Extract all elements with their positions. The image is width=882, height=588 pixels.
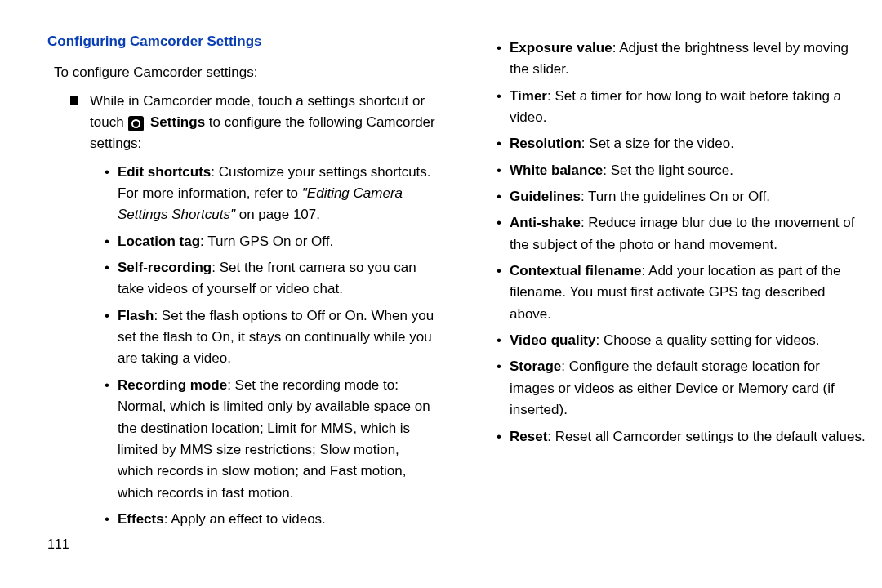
item-title: White balance: [510, 163, 603, 178]
list-item: Video quality: Choose a quality setting …: [497, 330, 867, 351]
item-body: : Turn GPS On or Off.: [200, 234, 333, 249]
item-body: : Turn the guidelines On or Off.: [581, 189, 770, 204]
settings-list-left: Edit shortcuts: Customize your settings …: [105, 162, 436, 531]
list-item: Reset: Reset all Camcorder settings to t…: [497, 426, 867, 448]
square-bullet-icon: [70, 96, 78, 105]
item-body2: on page 107.: [235, 207, 320, 222]
intro-line: To configure Camcorder settings:: [54, 62, 436, 83]
list-item: Exposure value: Adjust the brightness le…: [497, 38, 867, 81]
item-title: Exposure value: [510, 40, 612, 56]
item-body: : Set a timer for how long to wait befor…: [510, 88, 841, 125]
left-column: Configuring Camcorder Settings To config…: [47, 31, 457, 588]
page-number: 111: [47, 535, 436, 555]
step-block: While in Camcorder mode, touch a setting…: [70, 91, 436, 155]
item-body: : Choose a quality setting for videos.: [596, 332, 820, 348]
gear-icon: [128, 116, 144, 131]
item-title: Timer: [510, 88, 547, 104]
section-heading: Configuring Camcorder Settings: [47, 31, 436, 52]
item-body: : Set the flash options to Off or On. Wh…: [118, 308, 434, 367]
item-title: Self-recording: [118, 260, 212, 275]
item-title: Resolution: [510, 136, 581, 151]
item-title: Edit shortcuts: [118, 164, 211, 180]
list-item: Effects: Apply an effect to videos.: [105, 509, 436, 530]
step-bold: Settings: [146, 114, 205, 130]
list-item: Anti-shake: Reduce image blur due to the…: [497, 212, 867, 256]
item-title: Guidelines: [510, 189, 581, 204]
item-title: Effects: [118, 511, 164, 527]
item-title: Contextual filename: [510, 263, 642, 278]
item-title: Recording mode: [118, 377, 227, 393]
item-title: Video quality: [510, 332, 596, 348]
manual-page: Configuring Camcorder Settings To config…: [0, 0, 882, 588]
item-body: : Set a size for the video.: [581, 136, 734, 151]
right-column: Exposure value: Adjust the brightness le…: [457, 31, 867, 588]
settings-list-right: Exposure value: Adjust the brightness le…: [497, 38, 867, 448]
item-title: Location tag: [118, 234, 200, 249]
list-item: Timer: Set a timer for how long to wait …: [497, 86, 867, 129]
list-item: Recording mode: Set the recording mode t…: [105, 375, 436, 504]
list-item: Flash: Set the flash options to Off or O…: [105, 305, 436, 370]
list-item: Self-recording: Set the front camera so …: [105, 257, 436, 301]
item-body: : Set the light source.: [603, 163, 733, 178]
item-body: : Reset all Camcorder settings to the de…: [547, 429, 865, 444]
list-item: Storage: Configure the default storage l…: [497, 356, 867, 421]
step-text: While in Camcorder mode, touch a setting…: [90, 91, 436, 155]
list-item: Guidelines: Turn the guidelines On or Of…: [497, 186, 867, 207]
list-item: Contextual filename: Add your location a…: [497, 261, 867, 325]
list-item: Resolution: Set a size for the video.: [497, 133, 867, 154]
item-title: Reset: [510, 429, 547, 444]
item-body: : Set the recording mode to: Normal, whi…: [118, 377, 430, 501]
list-item: Location tag: Turn GPS On or Off.: [105, 231, 436, 252]
list-item: Edit shortcuts: Customize your settings …: [105, 162, 436, 226]
item-title: Anti-shake: [510, 215, 581, 230]
list-item: White balance: Set the light source.: [497, 160, 867, 181]
item-body: : Apply an effect to videos.: [164, 511, 326, 527]
item-title: Flash: [118, 308, 154, 323]
item-title: Storage: [510, 359, 561, 374]
